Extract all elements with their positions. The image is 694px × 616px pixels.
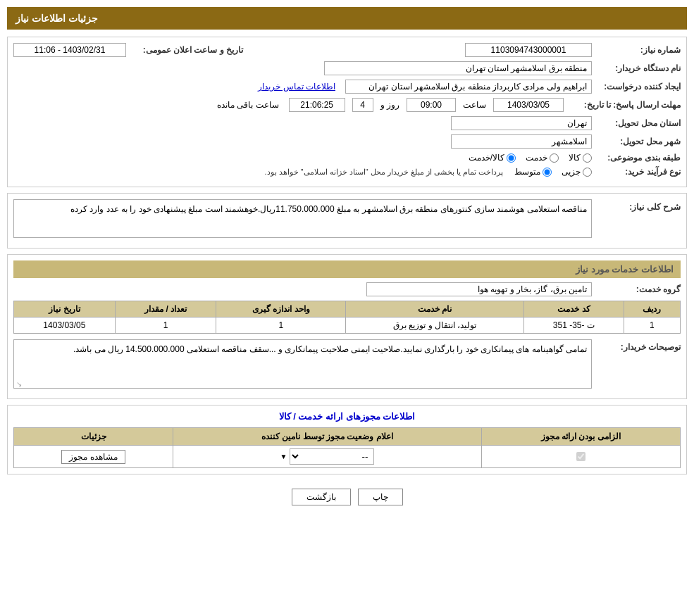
buyer-notes-label: توصیحات خریدار: bbox=[596, 339, 681, 352]
deadline-label: مهلت ارسال پاسخ: تا تاریخ: bbox=[568, 100, 681, 110]
services-section-header: اطلاعات خدمات مورد نیاز bbox=[13, 260, 681, 278]
col-date: تاریخ نیاز bbox=[14, 301, 116, 318]
print-button[interactable]: چاپ bbox=[358, 489, 403, 505]
license-table: الزامی بودن ارائه مجوز اعلام وضعیت مجوز … bbox=[13, 427, 681, 468]
col-service-name: نام خدمت bbox=[346, 301, 523, 318]
process-label: نوع فرآیند خرید: bbox=[596, 167, 681, 177]
creator-value: ابراهیم ولی مرادی کاربرداز منطقه برق اسل… bbox=[345, 80, 592, 94]
license-mandatory-checkbox bbox=[576, 452, 585, 461]
service-group-value: تامین برق، گاز، بخار و تهویه هوا bbox=[366, 282, 592, 296]
col-status-announce: اعلام وضعیت مجوز توسط نامین کننده bbox=[173, 428, 482, 446]
chevron-down-icon: ▼ bbox=[280, 453, 287, 460]
announce-date-value: 1403/02/31 - 11:06 bbox=[13, 43, 126, 57]
category-radio-group: کالا خدمت کالا/خدمت bbox=[469, 153, 592, 163]
description-label: شرح کلی نیاز: bbox=[596, 199, 681, 212]
category-option-khedmat[interactable]: خدمت bbox=[526, 153, 559, 163]
cell-service-code: ت -35- 351 bbox=[523, 318, 624, 334]
deadline-remaining-value: 21:06:25 bbox=[289, 98, 345, 112]
services-table: ردیف کد خدمت نام خدمت واحد اندازه گیری ت… bbox=[13, 301, 681, 334]
category-label: طبقه بندی موضوعی: bbox=[596, 153, 681, 163]
col-details: جزئیات bbox=[14, 428, 173, 446]
need-number-value: 1103094743000001 bbox=[465, 43, 592, 57]
province-value: تهران bbox=[451, 116, 592, 130]
page-header: جزئیات اطلاعات نیاز bbox=[7, 7, 687, 30]
buyer-org-value: منطقه برق اسلامشهر استان تهران bbox=[324, 61, 592, 75]
service-group-label: گروه خدمت: bbox=[596, 284, 681, 294]
cell-service-name: تولید، انتقال و توزیع برق bbox=[346, 318, 523, 334]
license-status-cell: -- ▼ bbox=[173, 446, 482, 468]
deadline-time: 09:00 bbox=[407, 98, 456, 112]
cell-date: 1403/03/05 bbox=[14, 318, 116, 334]
table-row: 1 ت -35- 351 تولید، انتقال و توزیع برق 1… bbox=[14, 318, 681, 334]
process-option-jozi[interactable]: جزیی bbox=[562, 167, 592, 177]
city-value: اسلامشهر bbox=[451, 134, 592, 149]
license-section-label: اطلاعات مجوزهای ارائه خدمت / کالا bbox=[13, 411, 681, 422]
page-title: جزئیات اطلاعات نیاز bbox=[16, 13, 98, 24]
buyer-org-label: نام دستگاه خریدار: bbox=[596, 63, 681, 73]
bottom-buttons: چاپ بازگشت bbox=[7, 480, 687, 514]
col-row-num: ردیف bbox=[624, 301, 680, 318]
creator-label: ایجاد کننده درخواست: bbox=[596, 82, 681, 92]
cell-row-num: 1 bbox=[624, 318, 680, 334]
resize-handle-icon: ↘ bbox=[15, 380, 22, 387]
license-mandatory-cell bbox=[481, 446, 680, 468]
category-option-both[interactable]: کالا/خدمت bbox=[469, 153, 516, 163]
description-value: مناقصه استعلامی هوشمند سازی کنتورهای منط… bbox=[13, 199, 592, 238]
col-quantity: تعداد / مقدار bbox=[115, 301, 216, 318]
deadline-date: 1403/03/05 bbox=[493, 98, 564, 112]
process-radio-group: جزیی متوسط bbox=[514, 167, 592, 177]
col-unit: واحد اندازه گیری bbox=[216, 301, 346, 318]
license-row: -- ▼ مشاهده مجوز bbox=[14, 446, 681, 468]
announce-date-label: تاریخ و ساعت اعلان عمومی: bbox=[130, 45, 243, 55]
col-service-code: کد خدمت bbox=[523, 301, 624, 318]
cell-unit: 1 bbox=[216, 318, 346, 334]
process-option-motavasset[interactable]: متوسط bbox=[514, 167, 552, 177]
col-mandatory: الزامی بودن ارائه مجوز bbox=[481, 428, 680, 446]
deadline-days-label: روز و bbox=[380, 100, 399, 110]
need-number-label: شماره نیاز: bbox=[596, 45, 681, 55]
contact-info-link[interactable]: اطلاعات تماس خریدار bbox=[258, 82, 335, 92]
buyer-notes-value: تمامی گواهینامه های پیمانکاری خود را بار… bbox=[13, 339, 592, 389]
process-note: پرداخت تمام یا بخشی از مبلغ خریدار محل "… bbox=[264, 168, 503, 177]
back-button[interactable]: بازگشت bbox=[292, 489, 351, 505]
view-license-button[interactable]: مشاهده مجوز bbox=[61, 450, 125, 464]
cell-quantity: 1 bbox=[115, 318, 216, 334]
deadline-days: 4 bbox=[352, 98, 373, 112]
city-label: شهر محل تحویل: bbox=[596, 137, 681, 146]
deadline-time-label: ساعت bbox=[463, 100, 486, 110]
license-details-cell: مشاهده مجوز bbox=[14, 446, 173, 468]
deadline-remaining-label: ساعت باقی مانده bbox=[217, 100, 279, 110]
category-option-kala[interactable]: کالا bbox=[569, 153, 592, 163]
province-label: استان محل تحویل: bbox=[596, 118, 681, 128]
license-status-select[interactable]: -- bbox=[290, 448, 374, 465]
